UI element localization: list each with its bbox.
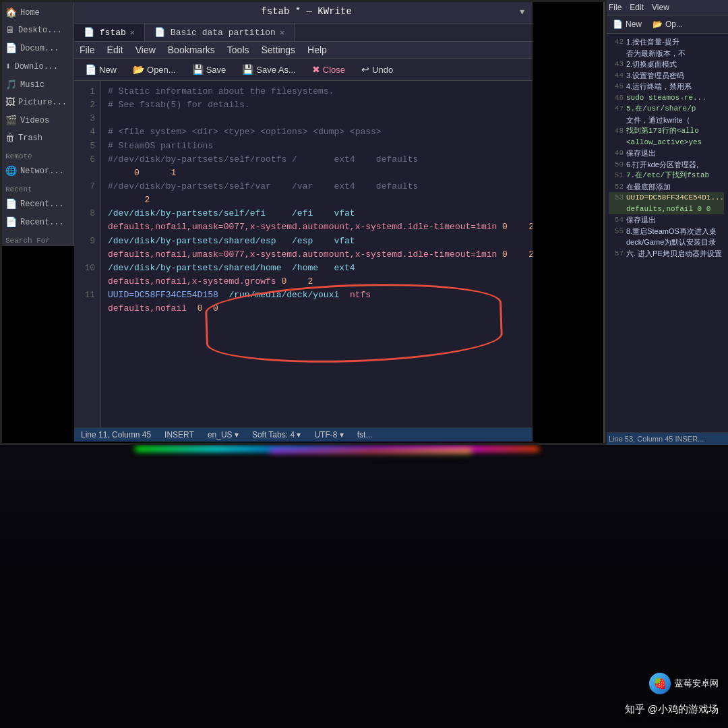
sidebar-item-music[interactable]: 🎵 Music bbox=[0, 75, 73, 94]
tab-basic-data-partition[interactable]: 📄 Basic data partition ✕ bbox=[145, 24, 295, 41]
menu-edit[interactable]: Edit bbox=[107, 44, 123, 55]
status-encoding[interactable]: UTF-8 ▾ bbox=[314, 430, 343, 439]
save-label: Save bbox=[206, 65, 226, 75]
menu-tools[interactable]: Tools bbox=[227, 44, 249, 55]
code-line-8b: defaults,nofail,umask=0077,x-systemd.aut… bbox=[108, 220, 526, 234]
right-line-42: 42 1.按住音量-提升 bbox=[609, 36, 724, 48]
sidebar-section-remote: Remote bbox=[0, 150, 73, 162]
menu-bookmarks[interactable]: Bookmarks bbox=[168, 44, 215, 55]
tab-fstab-label: 📄 fstab bbox=[84, 27, 126, 38]
tab-basic-label: 📄 Basic data partition bbox=[154, 27, 276, 38]
code-editor[interactable]: 1 2 3 4 5 6 7 8 9 10 11 # Static informa… bbox=[74, 81, 533, 427]
sidebar-item-recent2[interactable]: 📄 Recent... bbox=[0, 213, 73, 231]
sidebar-item-pictures[interactable]: 🖼 Picture... bbox=[0, 94, 73, 111]
sidebar-section-recent: Recent bbox=[0, 183, 73, 195]
code-line-10: /dev/disk/by-partsets/shared/home /home … bbox=[108, 262, 526, 275]
right-line-42b: 否为最新版本，不 bbox=[609, 48, 724, 59]
code-line-10b: defaults,nofail,x-systemd.growfs 0 2 bbox=[108, 275, 526, 289]
code-line-1: # Static information about the filesyste… bbox=[108, 85, 526, 98]
sidebar-item-network[interactable]: 🌐 Networ... bbox=[0, 162, 73, 180]
right-new-button[interactable]: 📄 New bbox=[609, 18, 646, 30]
code-line-7: #/dev/disk/by-partsets/self/var /var ext… bbox=[108, 180, 526, 193]
status-file: fst... bbox=[357, 430, 373, 439]
home-icon: 🏠 bbox=[5, 7, 17, 18]
desk-background bbox=[0, 445, 728, 728]
status-locale: en_US ▾ bbox=[208, 430, 239, 439]
sidebar-item-recent1[interactable]: 📄 Recent... bbox=[0, 195, 73, 213]
file-icon: 📄 bbox=[5, 198, 17, 210]
right-menu-edit[interactable]: Edit bbox=[630, 3, 644, 12]
status-bar: Line 11, Column 45 INSERT en_US ▾ Soft T… bbox=[74, 427, 533, 442]
new-button[interactable]: 📄 New bbox=[78, 61, 123, 78]
save-as-label: Save As... bbox=[256, 65, 296, 75]
code-line-6b: 0 1 bbox=[108, 166, 526, 180]
undo-button[interactable]: ↩ Undo bbox=[355, 61, 400, 78]
close-label: Close bbox=[323, 65, 345, 75]
right-status-text: Line 53, Column 45 INSER... bbox=[609, 435, 704, 443]
code-line-5: # SteamOS partitions bbox=[108, 140, 526, 153]
close-icon: ✖ bbox=[312, 64, 320, 75]
watermark-zhihu: 知乎 @小鸡的游戏场 bbox=[625, 703, 719, 716]
right-open-label: Op... bbox=[665, 20, 683, 29]
save-icon: 💾 bbox=[192, 64, 204, 75]
right-menu-view[interactable]: View bbox=[652, 3, 669, 12]
right-line-49: 49 保存退出 bbox=[609, 148, 724, 159]
right-line-46: 46 sudo steamos-re... bbox=[609, 92, 724, 104]
sidebar-item-label: Videos bbox=[20, 116, 49, 125]
right-line-47: 47 5.在/usr/share/p bbox=[609, 103, 724, 115]
save-as-button[interactable]: 💾 Save As... bbox=[235, 61, 303, 78]
sidebar-item-label: Networ... bbox=[20, 166, 64, 176]
right-status-bar: Line 53, Column 45 INSER... bbox=[605, 432, 728, 445]
right-menu-bar: File Edit View bbox=[605, 0, 728, 16]
status-tabs[interactable]: Soft Tabs: 4 ▾ bbox=[252, 430, 301, 439]
sidebar-item-home[interactable]: 🏠 Home bbox=[0, 3, 73, 22]
pictures-icon: 🖼 bbox=[5, 97, 15, 108]
sidebar-item-label: Docum... bbox=[20, 44, 59, 53]
sidebar-item-downloads[interactable]: ⬇ Downlo... bbox=[0, 57, 73, 75]
code-line-9b: defaults,nofail,umask=0077,x-systemd.aut… bbox=[108, 248, 526, 262]
menu-help[interactable]: Help bbox=[307, 44, 327, 55]
right-menu-file[interactable]: File bbox=[609, 3, 621, 12]
right-line-44: 44 3.设置管理员密码 bbox=[609, 70, 724, 82]
chevron-icon[interactable]: ▾ bbox=[518, 4, 526, 19]
title-bar: fstab * — KWrite ▾ bbox=[74, 0, 533, 24]
sidebar-item-label: Downlo... bbox=[14, 62, 58, 71]
right-line-50: 50 6.打开kde分区管理器, bbox=[609, 159, 724, 171]
save-button[interactable]: 💾 Save bbox=[185, 61, 233, 78]
sidebar-item-label: Trash bbox=[18, 133, 42, 143]
sidebar-item-label: Music bbox=[20, 80, 44, 90]
code-line-4: # <file system> <dir> <type> <options> <… bbox=[108, 125, 526, 139]
right-line-52: 52 在最底部添加 bbox=[609, 181, 724, 193]
sidebar-item-desktop[interactable]: 🖥 Deskto... bbox=[0, 22, 73, 39]
tab-basic-close[interactable]: ✕ bbox=[280, 28, 284, 38]
new-label: New bbox=[99, 65, 117, 75]
menu-bar: File Edit View Bookmarks Tools Settings … bbox=[74, 42, 533, 59]
menu-view[interactable]: View bbox=[135, 44, 156, 55]
code-line-11: UUID=DC58FF34CE54D158 /run/media/deck/yo… bbox=[108, 289, 526, 302]
tab-fstab[interactable]: 📄 fstab ✕ bbox=[74, 24, 145, 41]
right-panel: File Edit View 📄 New 📂 Op... 42 1.按住音量-提… bbox=[603, 0, 728, 445]
open-label: Open... bbox=[147, 65, 176, 75]
sidebar-item-trash[interactable]: 🗑 Trash bbox=[0, 129, 73, 147]
desktop-icon: 🖥 bbox=[5, 25, 15, 36]
code-line-2: # See fstab(5) for details. bbox=[108, 98, 526, 112]
right-line-51: 51 7.在/etc/下找到fstab bbox=[609, 170, 724, 181]
rgb-strip-2 bbox=[270, 449, 472, 453]
close-button[interactable]: ✖ Close bbox=[305, 61, 352, 78]
save-as-icon: 💾 bbox=[242, 64, 253, 75]
undo-icon: ↩ bbox=[361, 64, 369, 75]
right-open-button[interactable]: 📂 Op... bbox=[648, 18, 687, 30]
watermark-logo: 🍓 蓝莓安卓网 bbox=[649, 673, 719, 694]
sidebar-item-label: Recent... bbox=[20, 218, 64, 227]
open-button[interactable]: 📂 Open... bbox=[126, 61, 183, 78]
code-line-7b: 2 bbox=[108, 193, 526, 207]
sidebar-item-videos[interactable]: 🎬 Videos bbox=[0, 111, 73, 129]
code-line-3 bbox=[108, 112, 526, 125]
menu-settings[interactable]: Settings bbox=[262, 44, 296, 55]
right-new-label: New bbox=[626, 20, 642, 29]
code-content[interactable]: # Static information about the filesyste… bbox=[101, 81, 533, 427]
sidebar-item-documents[interactable]: 📄 Docum... bbox=[0, 39, 73, 57]
menu-file[interactable]: File bbox=[80, 44, 95, 55]
right-line-54: 54 保存退出 bbox=[609, 214, 724, 226]
tab-fstab-close[interactable]: ✕ bbox=[130, 28, 135, 38]
